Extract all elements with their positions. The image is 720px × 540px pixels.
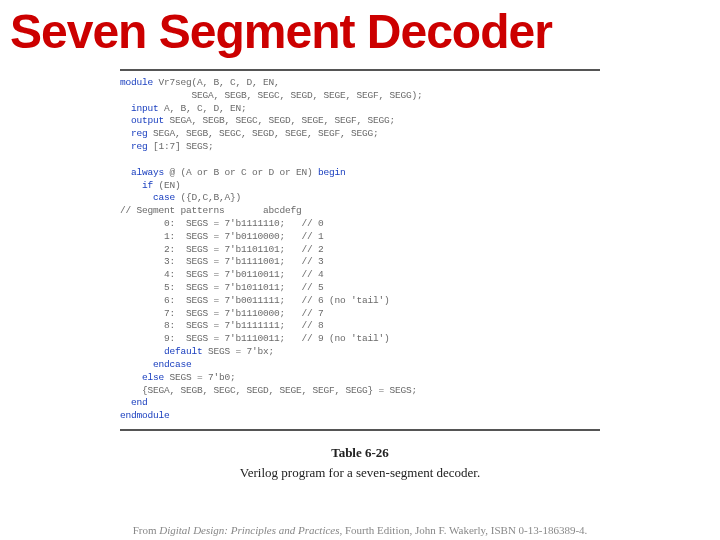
code-text: SEGS = 7'bx; (203, 346, 275, 357)
code-text: // Segment patterns abcdefg (120, 205, 302, 216)
kw-reg: reg (120, 141, 148, 152)
code-text: 4: SEGS = 7'b0110011; // 4 (120, 269, 324, 280)
kw-always: always (120, 167, 164, 178)
kw-if: if (120, 180, 153, 191)
footer-book-title: Digital Design: Principles and Practices (159, 524, 339, 536)
kw-else: else (120, 372, 164, 383)
code-text: 8: SEGS = 7'b1111111; // 8 (120, 320, 324, 331)
kw-case: case (120, 192, 175, 203)
figure-caption: Table 6-26 Verilog program for a seven-s… (120, 445, 600, 481)
code-text: 5: SEGS = 7'b1011011; // 5 (120, 282, 324, 293)
kw-default: default (120, 346, 203, 357)
kw-output: output (120, 115, 164, 126)
code-text: SEGS = 7'b0; (164, 372, 236, 383)
bottom-rule (120, 429, 600, 431)
kw-end: end (120, 397, 148, 408)
code-listing: module Vr7seg(A, B, C, D, EN, SEGA, SEGB… (120, 77, 600, 423)
kw-endmodule: endmodule (120, 410, 170, 421)
code-text: (EN) (153, 180, 181, 191)
code-text: 2: SEGS = 7'b1101101; // 2 (120, 244, 324, 255)
footer-text: , Fourth Edition, John F. Wakerly, ISBN … (339, 524, 587, 536)
footer-text: From (133, 524, 160, 536)
code-text: @ (A or B or C or D or EN) (164, 167, 318, 178)
page-title: Seven Segment Decoder (0, 0, 720, 67)
kw-endcase: endcase (120, 359, 192, 370)
code-text: 0: SEGS = 7'b1111110; // 0 (120, 218, 324, 229)
caption-text: Verilog program for a seven-segment deco… (240, 465, 480, 480)
code-text (120, 154, 126, 165)
code-text: Vr7seg(A, B, C, D, EN, (153, 77, 280, 88)
code-text: 6: SEGS = 7'b0011111; // 6 (no 'tail') (120, 295, 390, 306)
code-text: SEGA, SEGB, SEGC, SEGD, SEGE, SEGF, SEGG… (148, 128, 379, 139)
code-text: SEGA, SEGB, SEGC, SEGD, SEGE, SEGF, SEGG… (164, 115, 395, 126)
code-text: 3: SEGS = 7'b1111001; // 3 (120, 256, 324, 267)
copyright-footer: From Digital Design: Principles and Prac… (0, 523, 720, 540)
code-text: A, B, C, D, EN; (159, 103, 247, 114)
top-rule (120, 69, 600, 71)
code-text: [1:7] SEGS; (148, 141, 214, 152)
kw-reg: reg (120, 128, 148, 139)
code-text: 1: SEGS = 7'b0110000; // 1 (120, 231, 324, 242)
code-text: ({D,C,B,A}) (175, 192, 241, 203)
code-text: SEGA, SEGB, SEGC, SEGD, SEGE, SEGF, SEGG… (120, 90, 423, 101)
code-text: 7: SEGS = 7'b1110000; // 7 (120, 308, 324, 319)
kw-input: input (120, 103, 159, 114)
code-text: 9: SEGS = 7'b1110011; // 9 (no 'tail') (120, 333, 390, 344)
kw-begin: begin (318, 167, 346, 178)
table-label: Table 6-26 (120, 445, 600, 461)
figure-block: module Vr7seg(A, B, C, D, EN, SEGA, SEGB… (120, 69, 600, 481)
kw-module: module (120, 77, 153, 88)
code-text: {SEGA, SEGB, SEGC, SEGD, SEGE, SEGF, SEG… (120, 385, 417, 396)
